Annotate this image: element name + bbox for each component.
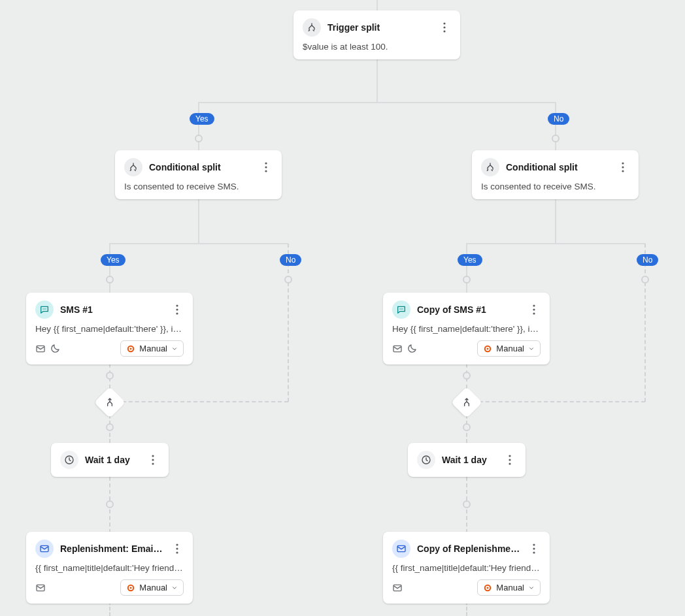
merge-node[interactable] — [451, 387, 482, 418]
branch-badge-no: No — [280, 254, 301, 266]
node-wait[interactable]: Wait 1 day — [51, 443, 169, 477]
node-title: Wait 1 day — [442, 455, 497, 465]
merge-icon — [105, 397, 115, 408]
flow-canvas[interactable]: Yes No Yes No Yes No Trigger split $valu… — [0, 0, 685, 616]
node-menu-button[interactable] — [503, 453, 516, 466]
status-label: Manual — [139, 344, 167, 353]
chevron-down-icon — [528, 585, 535, 591]
clock-icon — [417, 451, 435, 469]
node-menu-button[interactable] — [171, 542, 184, 555]
node-sms[interactable]: Copy of SMS #1 Hey {{ first_name|default… — [383, 293, 550, 365]
status-label: Manual — [496, 344, 524, 353]
smart-send-icon — [35, 583, 46, 593]
node-desc: {{ first_name|title|default:'Hey friend'… — [35, 563, 184, 573]
chevron-down-icon — [528, 346, 535, 352]
target-icon — [483, 344, 492, 353]
merge-icon — [461, 397, 472, 408]
clock-icon — [60, 451, 78, 469]
mail-icon — [392, 540, 410, 558]
node-title: Trigger split — [327, 22, 431, 33]
node-menu-button[interactable] — [616, 161, 629, 174]
node-email[interactable]: Replenishment: Email #1 {{ first_name|ti… — [26, 532, 193, 604]
merge-node[interactable] — [94, 387, 125, 418]
branch-badge-yes: Yes — [190, 113, 214, 125]
node-email[interactable]: Copy of Replenishment: Em… {{ first_name… — [383, 532, 550, 604]
mail-icon — [35, 540, 54, 558]
node-desc: {{ first_name|title|default:'Hey friend'… — [392, 563, 541, 573]
chevron-down-icon — [171, 346, 178, 352]
quiet-hours-icon — [407, 344, 417, 354]
status-dropdown[interactable]: Manual — [477, 579, 541, 596]
node-title: SMS #1 — [60, 304, 164, 315]
sms-icon — [35, 300, 54, 319]
node-desc: $value is at least 100. — [303, 42, 451, 52]
smart-send-icon — [392, 583, 403, 593]
status-dropdown[interactable]: Manual — [477, 340, 541, 357]
sms-icon — [392, 300, 410, 319]
node-title: Copy of Replenishment: Em… — [417, 543, 521, 554]
smart-send-icon — [392, 344, 403, 354]
status-label: Manual — [139, 583, 167, 592]
split-icon — [481, 158, 499, 176]
node-menu-button[interactable] — [146, 453, 159, 466]
node-sms[interactable]: SMS #1 Hey {{ first_name|default:'there'… — [26, 293, 193, 365]
node-title: Copy of SMS #1 — [417, 304, 521, 315]
node-title: Wait 1 day — [85, 455, 140, 465]
split-icon — [303, 18, 321, 37]
node-menu-button[interactable] — [527, 303, 541, 316]
chevron-down-icon — [171, 585, 178, 591]
status-dropdown[interactable]: Manual — [120, 340, 184, 357]
branch-badge-no: No — [548, 113, 569, 125]
branch-badge-yes: Yes — [101, 254, 125, 266]
node-menu-button[interactable] — [438, 21, 451, 34]
node-conditional-split[interactable]: Conditional split Is consented to receiv… — [472, 150, 639, 199]
node-desc: Is consented to receive SMS. — [481, 182, 629, 191]
node-desc: Hey {{ first_name|default:'there' }}, it… — [35, 324, 184, 334]
status-label: Manual — [496, 583, 524, 592]
branch-badge-no: No — [637, 254, 658, 266]
node-desc: Hey {{ first_name|default:'there' }}, it… — [392, 324, 541, 334]
quiet-hours-icon — [50, 344, 60, 354]
node-desc: Is consented to receive SMS. — [124, 182, 273, 191]
node-title: Conditional split — [149, 162, 253, 172]
node-title: Replenishment: Email #1 — [60, 543, 164, 554]
node-wait[interactable]: Wait 1 day — [408, 443, 526, 477]
node-conditional-split[interactable]: Conditional split Is consented to receiv… — [115, 150, 282, 199]
node-trigger-split[interactable]: Trigger split $value is at least 100. — [293, 10, 460, 59]
node-menu-button[interactable] — [527, 542, 541, 555]
branch-badge-yes: Yes — [458, 254, 482, 266]
target-icon — [126, 583, 135, 592]
split-icon — [124, 158, 142, 176]
target-icon — [126, 344, 135, 353]
smart-send-icon — [35, 344, 46, 354]
node-menu-button[interactable] — [259, 161, 273, 174]
target-icon — [483, 583, 492, 592]
node-menu-button[interactable] — [171, 303, 184, 316]
status-dropdown[interactable]: Manual — [120, 579, 184, 596]
node-title: Conditional split — [506, 162, 610, 172]
